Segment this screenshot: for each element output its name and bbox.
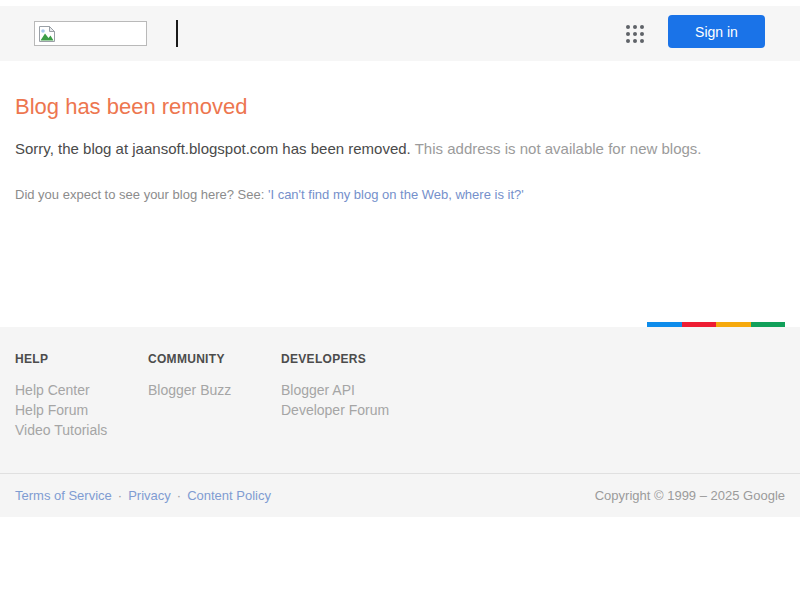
legal-links: Terms of Service · Privacy · Content Pol…	[15, 488, 271, 503]
footer-heading-help: HELP	[15, 352, 148, 366]
text-cursor-icon	[176, 20, 178, 47]
privacy-link[interactable]: Privacy	[128, 488, 171, 503]
expect-blog-text: Did you expect to see your blog here? Se…	[15, 187, 268, 202]
footer-column-community: COMMUNITY Blogger Buzz	[148, 352, 281, 440]
terms-of-service-link[interactable]: Terms of Service	[15, 488, 112, 503]
broken-image-icon	[38, 25, 56, 43]
sign-in-button[interactable]: Sign in	[668, 15, 765, 48]
page-title: Blog has been removed	[15, 93, 785, 121]
footer-link-video-tutorials[interactable]: Video Tutorials	[15, 420, 148, 440]
legal-separator: ·	[177, 488, 181, 503]
blogger-logo-placeholder[interactable]	[34, 21, 147, 46]
removed-message-rest: This address is not available for new bl…	[411, 140, 702, 157]
footer-column-help: HELP Help Center Help Forum Video Tutori…	[15, 352, 148, 440]
footer-legal-bar: Terms of Service · Privacy · Content Pol…	[0, 473, 800, 517]
footer-heading-community: COMMUNITY	[148, 352, 281, 366]
copyright-text: Copyright © 1999 – 2025 Google	[595, 488, 785, 503]
footer-link-help-center[interactable]: Help Center	[15, 380, 148, 400]
content-policy-link[interactable]: Content Policy	[187, 488, 271, 503]
footer-heading-developers: DEVELOPERS	[281, 352, 414, 366]
removed-message-strong: Sorry, the blog at jaansoft.blogspot.com…	[15, 140, 411, 157]
footer-columns: HELP Help Center Help Forum Video Tutori…	[0, 327, 800, 440]
footer-link-developer-forum[interactable]: Developer Forum	[281, 400, 414, 420]
footer-link-blogger-buzz[interactable]: Blogger Buzz	[148, 380, 281, 400]
google-apps-grid-icon[interactable]	[623, 22, 647, 46]
footer-column-developers: DEVELOPERS Blogger API Developer Forum	[281, 352, 414, 440]
footer: HELP Help Center Help Forum Video Tutori…	[0, 327, 800, 517]
legal-separator: ·	[118, 488, 122, 503]
blog-removed-page: { "header": { "sign_in_label": "Sign in"…	[0, 0, 800, 600]
find-blog-help-link[interactable]: 'I can't find my blog on the Web, where …	[268, 187, 524, 202]
expect-blog-line: Did you expect to see your blog here? Se…	[15, 186, 785, 204]
removed-message: Sorry, the blog at jaansoft.blogspot.com…	[15, 139, 785, 159]
top-header-bar: Sign in	[0, 6, 800, 61]
footer-link-blogger-api[interactable]: Blogger API	[281, 380, 414, 400]
footer-link-help-forum[interactable]: Help Forum	[15, 400, 148, 420]
main-content: Blog has been removed Sorry, the blog at…	[0, 61, 800, 327]
